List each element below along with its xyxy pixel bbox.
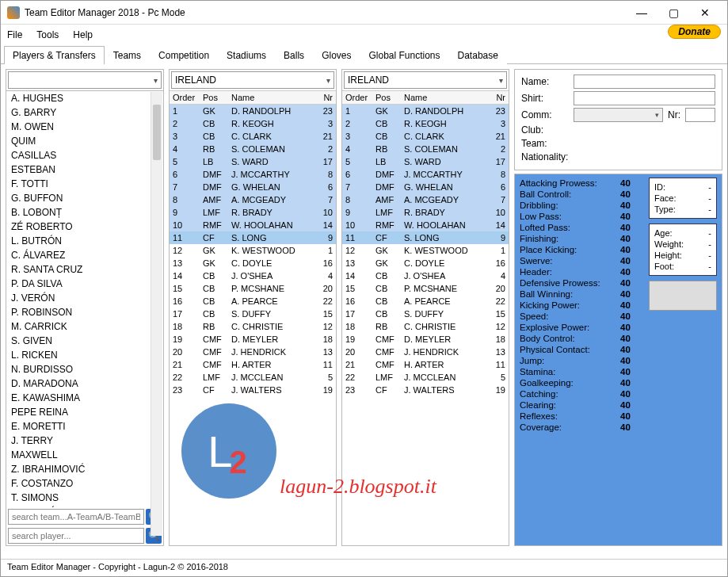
player-list-item[interactable]: ZÉ ROBERTO	[6, 220, 163, 234]
player-list-item[interactable]: QUIM	[6, 134, 163, 148]
player-list-item[interactable]: G. BUFFON	[6, 191, 163, 205]
player-list-item[interactable]: MAXWELL	[6, 448, 163, 462]
roster-row[interactable]: 12GKK. WESTWOOD1	[342, 244, 509, 257]
name-field[interactable]	[574, 75, 715, 89]
roster-row[interactable]: 8AMFA. MCGEADY7	[342, 193, 509, 206]
roster-row[interactable]: 15CBP. MCSHANE20	[342, 282, 509, 295]
maximize-button[interactable]: ▢	[657, 6, 689, 19]
roster-right-body[interactable]: 1GKD. RANDOLPH232CBR. KEOGH33CBC. CLARK2…	[342, 105, 509, 545]
player-list-item[interactable]: Z. IBRAHIMOVIĆ	[6, 462, 163, 476]
roster-row[interactable]: 6DMFJ. MCCARTHY8	[170, 168, 336, 181]
roster-row[interactable]: 22LMFJ. MCCLEAN5	[170, 371, 336, 384]
player-list-item[interactable]: G. BARRY	[6, 105, 163, 120]
col-nr[interactable]: Nr	[317, 91, 336, 104]
roster-row[interactable]: 11CFS. LONG9	[342, 231, 509, 244]
player-list-item[interactable]: F. TOTTI	[6, 177, 163, 191]
shirt-field[interactable]	[574, 91, 715, 105]
roster-row[interactable]: 3CBC. CLARK21	[170, 130, 336, 143]
player-list-item[interactable]: D. MARADONA	[6, 376, 163, 391]
roster-row[interactable]: 20CMFJ. HENDRICK13	[170, 346, 336, 358]
player-list-item[interactable]: C. ÁLVAREZ	[6, 248, 163, 262]
roster-row[interactable]: 5LBS. WARD17	[170, 155, 336, 168]
roster-right-combo[interactable]: IRELAND	[344, 71, 507, 89]
player-list-item[interactable]: M. CARRICK	[6, 319, 163, 334]
roster-row[interactable]: 1GKD. RANDOLPH23	[170, 105, 336, 117]
col-order[interactable]: Order	[170, 91, 200, 104]
roster-row[interactable]: 10RMFW. HOOLAHAN14	[342, 219, 509, 231]
donate-button[interactable]: Donate	[668, 25, 721, 39]
roster-row[interactable]: 16CBA. PEARCE22	[342, 295, 509, 308]
tab-gloves[interactable]: Gloves	[313, 46, 360, 64]
roster-row[interactable]: 17CBS. DUFFY15	[342, 308, 509, 320]
roster-row[interactable]: 19CMFD. MEYLER18	[342, 333, 509, 346]
roster-row[interactable]: 14CBJ. O'SHEA4	[342, 269, 509, 282]
roster-row[interactable]: 23CFJ. WALTERS19	[170, 384, 336, 396]
player-list-item[interactable]: E. KAWASHIMA	[6, 391, 163, 405]
player-list-item[interactable]: N. BURDISSO	[6, 362, 163, 376]
roster-row[interactable]: 4RBS. COLEMAN2	[342, 143, 509, 155]
player-list-item[interactable]: C. RODRÍGUEZ	[6, 505, 163, 507]
roster-row[interactable]: 5LBS. WARD17	[342, 155, 509, 168]
player-list-item[interactable]: P. ROBINSON	[6, 305, 163, 319]
player-list-item[interactable]: L. RICKEN	[6, 348, 163, 362]
scrollbar[interactable]	[151, 92, 162, 536]
player-list-item[interactable]: E. MORETTI	[6, 419, 163, 434]
player-list-item[interactable]: B. LOBONȚ	[6, 205, 163, 220]
player-list-item[interactable]: A. HUGHES	[6, 91, 163, 105]
player-list-item[interactable]: F. COSTANZO	[6, 476, 163, 491]
player-list[interactable]: A. HUGHESG. BARRYM. OWENQUIMCASILLASESTE…	[6, 90, 163, 507]
player-list-item[interactable]: M. OWEN	[6, 120, 163, 134]
roster-row[interactable]: 6DMFJ. MCCARTHY8	[342, 168, 509, 181]
roster-row[interactable]: 4RBS. COLEMAN2	[170, 143, 336, 155]
minimize-button[interactable]: —	[626, 6, 657, 19]
roster-row[interactable]: 10RMFW. HOOLAHAN14	[170, 219, 336, 231]
search-team-input[interactable]	[8, 509, 144, 525]
tab-balls[interactable]: Balls	[275, 46, 313, 64]
player-list-item[interactable]: CASILLAS	[6, 148, 163, 162]
scrollbar-thumb[interactable]	[153, 105, 161, 160]
roster-row[interactable]: 7DMFG. WHELAN6	[170, 181, 336, 193]
player-list-item[interactable]: T. SIMONS	[6, 491, 163, 505]
tab-database[interactable]: Database	[449, 46, 507, 64]
player-list-item[interactable]: R. SANTA CRUZ	[6, 262, 163, 277]
roster-row[interactable]: 13GKC. DOYLE16	[342, 257, 509, 269]
roster-row[interactable]: 18RBC. CHRISTIE12	[342, 320, 509, 333]
tab-global-functions[interactable]: Global Functions	[360, 46, 448, 64]
player-list-item[interactable]: P. DA SILVA	[6, 277, 163, 291]
roster-row[interactable]: 9LMFR. BRADY10	[170, 206, 336, 219]
roster-row[interactable]: 11CFS. LONG9	[170, 231, 336, 244]
roster-row[interactable]: 21CMFH. ARTER11	[170, 358, 336, 371]
roster-row[interactable]: 2CBR. KEOGH3	[170, 117, 336, 130]
roster-row[interactable]: 2CBR. KEOGH3	[342, 117, 509, 130]
player-list-item[interactable]: L. BUTRÓN	[6, 234, 163, 248]
menu-help[interactable]: Help	[73, 29, 93, 40]
roster-left-body[interactable]: 1GKD. RANDOLPH232CBR. KEOGH33CBC. CLARK2…	[170, 105, 336, 545]
close-button[interactable]: ✕	[689, 6, 721, 19]
tab-players-transfers[interactable]: Players & Transfers	[4, 46, 105, 64]
roster-row[interactable]: 15CBP. MCSHANE20	[170, 282, 336, 295]
player-list-item[interactable]: J. VERÓN	[6, 291, 163, 305]
roster-row[interactable]: 23CFJ. WALTERS19	[342, 384, 509, 396]
roster-row[interactable]: 21CMFH. ARTER11	[342, 358, 509, 371]
tab-stadiums[interactable]: Stadiums	[218, 46, 275, 64]
roster-row[interactable]: 7DMFG. WHELAN6	[342, 181, 509, 193]
search-player-input[interactable]	[8, 528, 144, 544]
roster-row[interactable]: 19CMFD. MEYLER18	[170, 333, 336, 346]
player-list-item[interactable]: ESTEBAN	[6, 162, 163, 177]
roster-row[interactable]: 9LMFR. BRADY10	[342, 206, 509, 219]
roster-row[interactable]: 12GKK. WESTWOOD1	[170, 244, 336, 257]
roster-row[interactable]: 3CBC. CLARK21	[342, 130, 509, 143]
menu-tools[interactable]: Tools	[36, 29, 59, 40]
nr-field[interactable]	[685, 108, 715, 122]
player-list-item[interactable]: PEPE REINA	[6, 405, 163, 419]
roster-row[interactable]: 22LMFJ. MCCLEAN5	[342, 371, 509, 384]
player-list-item[interactable]: S. GIVEN	[6, 334, 163, 348]
roster-row[interactable]: 18RBC. CHRISTIE12	[170, 320, 336, 333]
comm-combo[interactable]	[574, 108, 663, 122]
roster-row[interactable]: 1GKD. RANDOLPH23	[342, 105, 509, 117]
roster-left-combo[interactable]: IRELAND	[171, 71, 334, 89]
col-pos[interactable]: Pos	[200, 91, 228, 104]
roster-row[interactable]: 13GKC. DOYLE16	[170, 257, 336, 269]
roster-row[interactable]: 16CBA. PEARCE22	[170, 295, 336, 308]
menu-file[interactable]: File	[7, 29, 22, 40]
